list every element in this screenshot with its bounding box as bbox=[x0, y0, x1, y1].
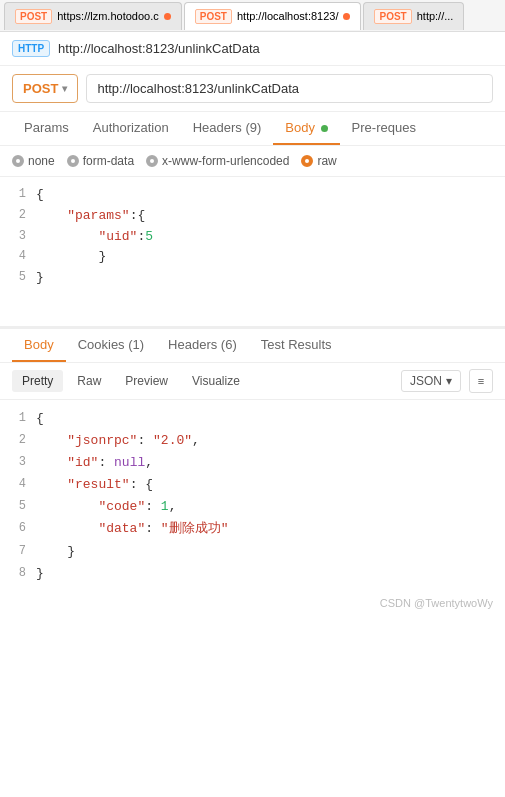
tab-1-dot bbox=[164, 13, 171, 20]
format-preview[interactable]: Preview bbox=[115, 370, 178, 392]
resp-content-8: } bbox=[36, 563, 497, 585]
tab-3-url: http://... bbox=[417, 10, 454, 22]
resp-linenum-8: 8 bbox=[8, 563, 36, 583]
radio-raw-circle bbox=[301, 155, 313, 167]
resp-linenum-6: 6 bbox=[8, 518, 36, 538]
req-line-3: 3 "uid":5 bbox=[0, 227, 505, 248]
req-linenum-1: 1 bbox=[8, 185, 36, 204]
radio-formdata-label: form-data bbox=[83, 154, 134, 168]
radio-urlencoded[interactable]: x-www-form-urlencoded bbox=[146, 154, 289, 168]
resp-line-1: 1 { bbox=[0, 408, 505, 430]
format-bar: Pretty Raw Preview Visualize JSON ▾ ≡ bbox=[0, 363, 505, 400]
json-chevron-icon: ▾ bbox=[446, 374, 452, 388]
resp-line-5: 5 "code": 1, bbox=[0, 496, 505, 518]
resp-line-4: 4 "result": { bbox=[0, 474, 505, 496]
tab-2-method: POST bbox=[195, 9, 232, 24]
format-raw[interactable]: Raw bbox=[67, 370, 111, 392]
chevron-down-icon: ▾ bbox=[62, 83, 67, 94]
radio-none-circle bbox=[12, 155, 24, 167]
url-input[interactable] bbox=[86, 74, 493, 103]
resp-content-7: } bbox=[36, 541, 497, 563]
resp-tab-cookies[interactable]: Cookies (1) bbox=[66, 329, 156, 362]
resp-linenum-4: 4 bbox=[8, 474, 36, 494]
resp-tab-testresults[interactable]: Test Results bbox=[249, 329, 344, 362]
radio-urlencoded-circle bbox=[146, 155, 158, 167]
resp-content-5: "code": 1, bbox=[36, 496, 497, 518]
request-code-editor[interactable]: 1 { 2 "params":{ 3 "uid":5 4 } 5 } bbox=[0, 177, 505, 327]
json-format-select[interactable]: JSON ▾ bbox=[401, 370, 461, 392]
url-bar: HTTP http://localhost:8123/unlinkCatData bbox=[0, 32, 505, 66]
tab-2[interactable]: POST http://localhost:8123/ bbox=[184, 2, 362, 30]
tab-2-dot bbox=[343, 13, 350, 20]
req-content-4: } bbox=[36, 247, 497, 268]
resp-content-4: "result": { bbox=[36, 474, 497, 496]
resp-content-1: { bbox=[36, 408, 497, 430]
format-visualize[interactable]: Visualize bbox=[182, 370, 250, 392]
body-dot bbox=[321, 125, 328, 132]
tab-3-method: POST bbox=[374, 9, 411, 24]
req-linenum-3: 3 bbox=[8, 227, 36, 246]
req-line-5: 5 } bbox=[0, 268, 505, 289]
resp-line-6: 6 "data": "删除成功" bbox=[0, 518, 505, 540]
req-content-1: { bbox=[36, 185, 497, 206]
tab-headers[interactable]: Headers (9) bbox=[181, 112, 274, 145]
req-content-5: } bbox=[36, 268, 497, 289]
tab-1-url: https://lzm.hotodoo.c bbox=[57, 10, 159, 22]
resp-line-8: 8 } bbox=[0, 563, 505, 585]
url-display: http://localhost:8123/unlinkCatData bbox=[58, 41, 260, 56]
response-nav: Body Cookies (1) Headers (6) Test Result… bbox=[0, 329, 505, 363]
method-label: POST bbox=[23, 81, 58, 96]
resp-content-2: "jsonrpc": "2.0", bbox=[36, 430, 497, 452]
resp-line-2: 2 "jsonrpc": "2.0", bbox=[0, 430, 505, 452]
resp-line-3: 3 "id": null, bbox=[0, 452, 505, 474]
resp-content-6: "data": "删除成功" bbox=[36, 518, 497, 540]
radio-formdata-circle bbox=[67, 155, 79, 167]
req-linenum-4: 4 bbox=[8, 247, 36, 266]
format-pretty[interactable]: Pretty bbox=[12, 370, 63, 392]
resp-linenum-5: 5 bbox=[8, 496, 36, 516]
wrap-button[interactable]: ≡ bbox=[469, 369, 493, 393]
radio-formdata[interactable]: form-data bbox=[67, 154, 134, 168]
req-linenum-2: 2 bbox=[8, 206, 36, 225]
req-linenum-5: 5 bbox=[8, 268, 36, 287]
radio-none-label: none bbox=[28, 154, 55, 168]
resp-linenum-2: 2 bbox=[8, 430, 36, 450]
tab-1-method: POST bbox=[15, 9, 52, 24]
method-select[interactable]: POST ▾ bbox=[12, 74, 78, 103]
tab-bar: POST https://lzm.hotodoo.c POST http://l… bbox=[0, 0, 505, 32]
resp-tab-headers[interactable]: Headers (6) bbox=[156, 329, 249, 362]
watermark: CSDN @TwentytwoWy bbox=[0, 593, 505, 617]
resp-line-7: 7 } bbox=[0, 541, 505, 563]
tab-2-url: http://localhost:8123/ bbox=[237, 10, 339, 22]
tab-body[interactable]: Body bbox=[273, 112, 339, 145]
radio-raw[interactable]: raw bbox=[301, 154, 336, 168]
tab-authorization[interactable]: Authorization bbox=[81, 112, 181, 145]
radio-raw-label: raw bbox=[317, 154, 336, 168]
tab-1[interactable]: POST https://lzm.hotodoo.c bbox=[4, 2, 182, 30]
tab-3[interactable]: POST http://... bbox=[363, 2, 464, 30]
body-type-row: none form-data x-www-form-urlencoded raw bbox=[0, 146, 505, 177]
http-icon: HTTP bbox=[12, 40, 50, 57]
tab-prerequest[interactable]: Pre-reques bbox=[340, 112, 428, 145]
radio-none[interactable]: none bbox=[12, 154, 55, 168]
tab-params[interactable]: Params bbox=[12, 112, 81, 145]
json-format-label: JSON bbox=[410, 374, 442, 388]
response-section: Body Cookies (1) Headers (6) Test Result… bbox=[0, 327, 505, 593]
req-line-4: 4 } bbox=[0, 247, 505, 268]
req-content-2: "params":{ bbox=[36, 206, 497, 227]
resp-linenum-3: 3 bbox=[8, 452, 36, 472]
resp-content-3: "id": null, bbox=[36, 452, 497, 474]
req-line-1: 1 { bbox=[0, 185, 505, 206]
resp-linenum-1: 1 bbox=[8, 408, 36, 428]
response-code-editor: 1 { 2 "jsonrpc": "2.0", 3 "id": null, 4 … bbox=[0, 400, 505, 593]
req-content-3: "uid":5 bbox=[36, 227, 497, 248]
req-line-2: 2 "params":{ bbox=[0, 206, 505, 227]
request-nav-tabs: Params Authorization Headers (9) Body Pr… bbox=[0, 112, 505, 146]
resp-tab-body[interactable]: Body bbox=[12, 329, 66, 362]
resp-linenum-7: 7 bbox=[8, 541, 36, 561]
request-bar: POST ▾ bbox=[0, 66, 505, 112]
radio-urlencoded-label: x-www-form-urlencoded bbox=[162, 154, 289, 168]
